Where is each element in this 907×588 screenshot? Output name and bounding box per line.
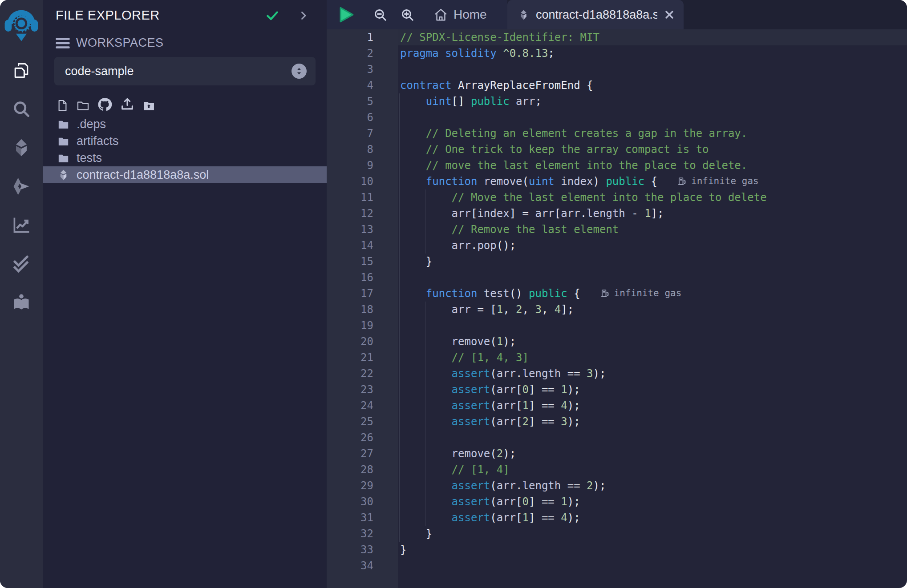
code-line[interactable]: 27 remove(2);	[327, 446, 907, 462]
line-content: // [1, 4, 3]	[398, 350, 907, 366]
file-label: contract-d1a8818a8a.sol	[77, 168, 209, 182]
new-file-button[interactable]	[56, 99, 69, 112]
solidity-file-icon	[57, 169, 69, 181]
code-line[interactable]: 23 assert(arr[0] == 1);	[327, 382, 907, 398]
workspaces-row: WORKSPACES	[56, 36, 327, 50]
code-line[interactable]: 22 assert(arr.length == 3);	[327, 366, 907, 382]
code-line[interactable]: 1// SPDX-License-Identifier: MIT	[327, 29, 907, 45]
close-icon[interactable]	[664, 9, 675, 20]
indent-guide	[425, 302, 425, 318]
indent-guide	[425, 478, 425, 494]
file-actions-toolbar	[56, 97, 327, 112]
code-line[interactable]: 2pragma solidity ^0.8.13;	[327, 45, 907, 61]
line-number: 12	[327, 205, 398, 222]
code-line[interactable]: 6	[327, 109, 907, 125]
file-row[interactable]: .deps	[43, 116, 327, 133]
code-line[interactable]: 14 arr.pop();	[327, 238, 907, 254]
sidebar-item-deploy-run[interactable]	[0, 167, 43, 205]
code-line[interactable]: 34	[327, 558, 907, 574]
line-content: arr = [1, 2, 3, 4];	[398, 302, 907, 318]
code-editor[interactable]: 1// SPDX-License-Identifier: MIT2pragma …	[327, 29, 907, 588]
line-number: 10	[327, 173, 398, 189]
accept-button[interactable]	[265, 8, 279, 23]
zoom-in-button[interactable]	[400, 8, 415, 22]
file-row[interactable]: artifacts	[43, 133, 327, 149]
code-line[interactable]: 11 // Move the last element into the pla…	[327, 189, 907, 205]
home-tab-label: Home	[454, 8, 487, 22]
code-line[interactable]: 5 uint[] public arr;	[327, 93, 907, 109]
line-content: // One trick to keep the array compact i…	[398, 141, 907, 157]
indent-guide	[399, 109, 400, 125]
file-row[interactable]: contract-d1a8818a8a.sol	[43, 166, 327, 183]
code-line[interactable]: 18 arr = [1, 2, 3, 4];	[327, 302, 907, 318]
workspace-select[interactable]: code-sample	[54, 57, 316, 85]
sort-icon	[295, 67, 304, 76]
line-number: 29	[327, 478, 398, 494]
code-line[interactable]: 33}	[327, 542, 907, 558]
chevron-right-icon	[298, 10, 309, 21]
code-line[interactable]: 12 arr[index] = arr[arr.length - 1];	[327, 205, 907, 222]
indent-guide	[425, 414, 425, 430]
file-list: .depsartifactstestscontract-d1a8818a8a.s…	[43, 116, 327, 183]
code-line[interactable]: 31 assert(arr[1] == 4);	[327, 510, 907, 526]
zoom-out-icon	[373, 8, 388, 22]
code-line[interactable]: 25 assert(arr[2] == 3);	[327, 414, 907, 430]
code-line[interactable]: 4contract ArrayReplaceFromEnd {	[327, 77, 907, 93]
indent-guide	[399, 430, 400, 446]
line-content: }	[398, 254, 907, 270]
sidebar-item-learneth[interactable]	[0, 283, 43, 322]
code-line[interactable]: 26	[327, 430, 907, 446]
code-line[interactable]: 3	[327, 61, 907, 77]
indent-guide	[399, 125, 400, 141]
new-folder-button[interactable]	[77, 99, 89, 112]
code-line[interactable]: 32 }	[327, 526, 907, 542]
code-line[interactable]: 7 // Deleting an element creates a gap i…	[327, 125, 907, 141]
upload-folder-button[interactable]	[142, 99, 155, 112]
file-row[interactable]: tests	[43, 149, 327, 166]
sidebar-item-analytics[interactable]	[0, 205, 43, 244]
sidebar-item-unit-testing[interactable]	[0, 244, 43, 283]
upload-file-icon	[120, 97, 135, 112]
code-line[interactable]: 15 }	[327, 254, 907, 270]
line-number: 1	[327, 29, 398, 45]
tab-home[interactable]: Home	[433, 8, 487, 22]
code-line[interactable]: 20 remove(1);	[327, 334, 907, 350]
line-number: 33	[327, 542, 398, 558]
solidity-file-icon	[518, 9, 529, 20]
indent-guide	[399, 462, 400, 478]
code-line[interactable]: 10 function remove(uint index) public {i…	[327, 173, 907, 189]
code-line[interactable]: 9 // move the last element into the plac…	[327, 157, 907, 173]
sort-icon[interactable]	[292, 64, 307, 79]
folder-icon	[57, 152, 69, 164]
code-line[interactable]: 8 // One trick to keep the array compact…	[327, 141, 907, 157]
code-line[interactable]: 16	[327, 270, 907, 286]
code-line[interactable]: 30 assert(arr[0] == 1);	[327, 494, 907, 510]
hamburger-menu-icon[interactable]	[56, 37, 70, 49]
indent-guide	[399, 189, 400, 205]
code-line[interactable]: 21 // [1, 4, 3]	[327, 350, 907, 366]
indent-guide	[425, 398, 425, 414]
upload-file-button[interactable]	[120, 97, 135, 112]
sidebar-item-file-explorer[interactable]	[0, 51, 43, 89]
line-number: 18	[327, 302, 398, 318]
expand-button[interactable]	[298, 10, 309, 21]
indent-guide	[425, 430, 425, 446]
run-script-button[interactable]	[336, 5, 356, 24]
clone-github-button[interactable]	[97, 97, 112, 112]
remix-logo[interactable]	[4, 4, 39, 44]
code-line[interactable]: 13 // Remove the last element	[327, 222, 907, 238]
indent-guide	[399, 205, 400, 222]
line-number: 23	[327, 382, 398, 398]
line-content: // SPDX-License-Identifier: MIT	[398, 29, 907, 45]
line-content	[398, 558, 907, 574]
code-line[interactable]: 19	[327, 318, 907, 334]
line-number: 6	[327, 109, 398, 125]
code-line[interactable]: 24 assert(arr[1] == 4);	[327, 398, 907, 414]
zoom-out-button[interactable]	[373, 8, 388, 22]
tab-contract-file[interactable]: contract-d1a8818a8a.sol	[507, 0, 684, 29]
code-line[interactable]: 17 function test() public {infinite gas	[327, 286, 907, 302]
code-line[interactable]: 28 // [1, 4]	[327, 462, 907, 478]
code-line[interactable]: 29 assert(arr.length == 2);	[327, 478, 907, 494]
sidebar-item-search[interactable]	[0, 89, 43, 128]
sidebar-item-solidity-compiler[interactable]	[0, 128, 43, 167]
